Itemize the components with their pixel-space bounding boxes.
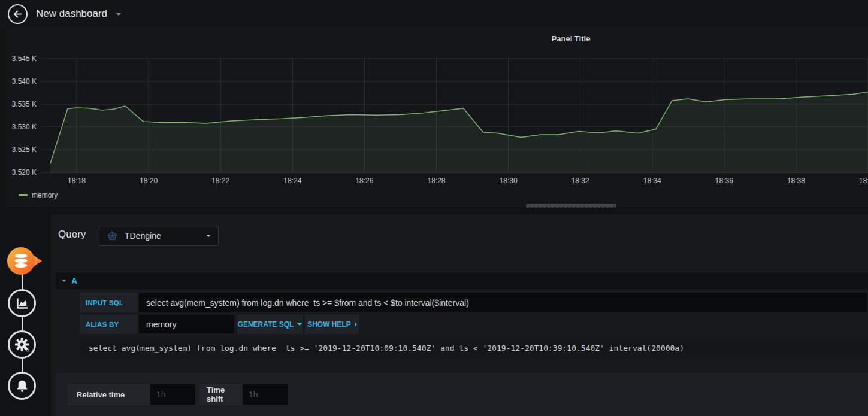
area-chart-icon [15,296,29,311]
svg-text:18:26: 18:26 [355,177,373,185]
chevron-down-icon [206,235,211,237]
top-navbar: New dashboard [0,0,868,27]
svg-text:18:32: 18:32 [571,177,589,185]
show-help-label: SHOW HELP [307,320,351,329]
svg-text:3.530 K: 3.530 K [12,123,37,131]
dashboard-title[interactable]: New dashboard [36,0,107,27]
tab-alert[interactable] [8,372,36,400]
input-sql-row: INPUT SQL [80,293,868,312]
svg-text:18:18: 18:18 [68,177,86,185]
svg-text:18:34: 18:34 [643,177,661,185]
panel-title[interactable]: Panel Title [552,34,591,43]
panel-resize-handle[interactable] [526,204,616,208]
svg-text:18:20: 18:20 [140,177,158,185]
svg-text:18:38: 18:38 [787,177,805,185]
query-row-header[interactable]: A [56,272,868,289]
svg-text:3.545 K: 3.545 K [12,54,37,63]
svg-text:3.525 K: 3.525 K [12,145,37,154]
generate-sql-label: GENERATE SQL [238,320,294,329]
time-options-box: Relative time Time shift [56,372,868,416]
database-icon [5,245,43,277]
collapse-caret-icon [62,280,66,282]
alias-by-field[interactable] [138,315,235,334]
tab-rail-connector [22,260,23,387]
generate-sql-button[interactable]: GENERATE SQL [237,315,303,334]
generated-sql-preview: select avg(mem_system) from log.dn where… [80,338,868,359]
relative-time-input[interactable] [150,384,196,405]
svg-text:3.520 K: 3.520 K [12,168,37,177]
legend-label: memory [32,191,58,199]
time-series-chart[interactable]: 3.545 K3.540 K3.535 K3.530 K3.525 K3.520… [6,27,868,207]
tab-general[interactable] [8,330,36,359]
chevron-right-icon [355,322,357,327]
relative-time-label: Relative time [68,384,150,405]
bell-icon [15,379,29,393]
query-editor-panel: Query TDengine A INPUT SQL ALIAS BY GENE… [51,214,868,416]
graph-panel: 3.545 K3.540 K3.535 K3.530 K3.525 K3.520… [6,27,868,207]
time-shift-label: Time shift [199,384,242,405]
datasource-name: TDengine [125,231,206,241]
show-help-button[interactable]: SHOW HELP [305,315,359,334]
tab-visualization[interactable] [8,289,36,317]
legend-color-swatch [19,194,28,196]
query-ref-id: A [71,276,77,286]
svg-text:18:40: 18:40 [859,177,868,185]
legend-item-memory[interactable]: memory [19,191,58,199]
tdengine-icon [107,230,118,242]
query-section-title: Query [58,229,86,241]
datasource-select[interactable]: TDengine [99,226,219,246]
tab-queries[interactable] [5,245,43,277]
arrow-left-icon [13,9,23,19]
svg-text:3.540 K: 3.540 K [12,77,37,86]
svg-text:18:36: 18:36 [715,177,733,185]
back-button[interactable] [8,4,28,24]
svg-text:18:28: 18:28 [427,177,445,185]
gear-wrench-icon [14,336,30,353]
time-shift-input[interactable] [242,384,288,405]
alias-by-label: ALIAS BY [80,315,137,334]
time-options-row: Relative time Time shift [68,384,288,405]
input-sql-field[interactable] [138,293,868,312]
input-sql-label: INPUT SQL [80,293,137,312]
chevron-down-icon [116,13,121,16]
svg-text:18:30: 18:30 [500,177,518,185]
chevron-down-icon [297,323,302,326]
svg-text:18:22: 18:22 [211,177,229,185]
svg-text:3.535 K: 3.535 K [12,100,37,108]
svg-text:18:24: 18:24 [283,177,301,185]
alias-by-row: ALIAS BY GENERATE SQL SHOW HELP [80,315,868,334]
